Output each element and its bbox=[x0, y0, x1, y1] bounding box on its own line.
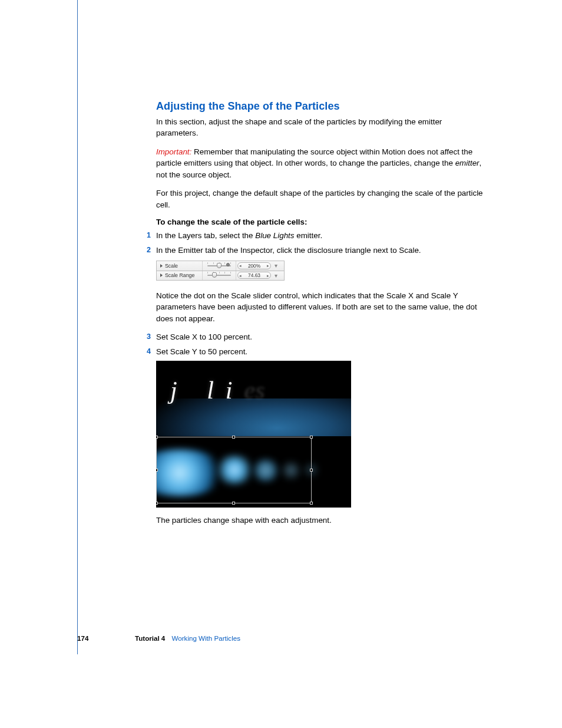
resize-handle-icon[interactable] bbox=[310, 436, 313, 439]
param-row-scale-range: Scale Range ◂ 74.63 ▸ ▾ bbox=[156, 271, 285, 281]
margin-rule bbox=[77, 0, 78, 654]
steps-list-a: 1 In the Layers tab, select the Blue Lig… bbox=[156, 230, 486, 256]
task-subhead: To change the scale of the particle cell… bbox=[156, 218, 486, 226]
param-menu[interactable]: ▾ bbox=[272, 272, 284, 279]
disclosure-triangle-icon[interactable] bbox=[160, 264, 163, 268]
slider-thumb[interactable] bbox=[217, 263, 222, 268]
important-note: Important: Remember that manipulating th… bbox=[156, 146, 486, 180]
step-3: 3 Set Scale X to 100 percent. bbox=[156, 331, 486, 342]
step-2: 2 In the Emitter tab of the Inspector, c… bbox=[156, 245, 486, 256]
value-stepper[interactable]: ◂ 200% ▸ bbox=[237, 262, 271, 269]
resize-handle-icon[interactable] bbox=[156, 469, 158, 472]
slider-cell[interactable] bbox=[203, 261, 236, 271]
step-1-emitter-name: Blue Lights bbox=[255, 231, 294, 240]
step-number: 4 bbox=[147, 346, 151, 357]
section-heading: Adjusting the Shape of the Particles bbox=[156, 100, 486, 113]
step-3-text: Set Scale X to 100 percent. bbox=[156, 332, 252, 341]
resize-handle-icon[interactable] bbox=[156, 436, 158, 439]
inspector-panel-figure: Scale ◂ 200% ▸ ▾ bbox=[156, 261, 285, 281]
slider-thumb[interactable] bbox=[212, 272, 217, 278]
disclosure-cell[interactable]: Scale bbox=[157, 261, 203, 271]
letters-faint: es bbox=[244, 377, 265, 404]
value-text[interactable]: 200% bbox=[248, 263, 260, 269]
disclosure-cell[interactable]: Scale Range bbox=[157, 271, 203, 280]
value-stepper[interactable]: ◂ 74.63 ▸ bbox=[237, 272, 271, 279]
disclosure-triangle-icon[interactable] bbox=[160, 274, 163, 277]
param-label: Scale bbox=[165, 263, 178, 269]
step-number: 3 bbox=[147, 331, 151, 342]
step-1: 1 In the Layers tab, select the Blue Lig… bbox=[156, 230, 486, 241]
step-1-text-a: In the Layers tab, select the bbox=[156, 231, 255, 240]
stepper-left-icon[interactable]: ◂ bbox=[239, 274, 242, 278]
resize-handle-icon[interactable] bbox=[232, 502, 235, 505]
steps-list-b: 3 Set Scale X to 100 percent. 4 Set Scal… bbox=[156, 331, 486, 357]
letters-li: li bbox=[207, 377, 244, 404]
page-number: 174 bbox=[77, 634, 113, 642]
step-2-text: In the Emitter tab of the Inspector, cli… bbox=[156, 246, 421, 255]
slider-ticks bbox=[207, 272, 231, 274]
resize-handle-icon[interactable] bbox=[310, 502, 313, 505]
project-paragraph: For this project, change the default sha… bbox=[156, 187, 486, 210]
stepper-right-icon[interactable]: ▸ bbox=[267, 274, 269, 278]
notice-paragraph: Notice the dot on the Scale slider contr… bbox=[156, 290, 486, 324]
important-text-a: Remember that manipulating the source ob… bbox=[156, 147, 472, 167]
slider-track[interactable] bbox=[207, 265, 231, 266]
title-letters: j lies bbox=[170, 376, 265, 404]
slider-cell[interactable] bbox=[203, 271, 236, 280]
important-label: Important: bbox=[156, 147, 191, 156]
resize-handle-icon[interactable] bbox=[310, 469, 313, 472]
slider-diff-dot-icon bbox=[226, 263, 230, 266]
stepper-right-icon[interactable]: ▸ bbox=[267, 263, 269, 268]
param-menu[interactable]: ▾ bbox=[272, 262, 284, 269]
param-row-scale: Scale ◂ 200% ▸ ▾ bbox=[156, 261, 285, 271]
slider-track[interactable] bbox=[207, 275, 231, 276]
resize-handle-icon[interactable] bbox=[156, 502, 158, 505]
value-text[interactable]: 74.63 bbox=[248, 272, 260, 278]
canvas-screenshot: j lies bbox=[156, 361, 351, 508]
page: Adjusting the Shape of the Particles In … bbox=[0, 0, 562, 728]
step-4: 4 Set Scale Y to 50 percent. bbox=[156, 346, 486, 357]
step-number: 1 bbox=[147, 230, 151, 241]
step-1-text-b: emitter. bbox=[295, 231, 323, 240]
footer-chapter: Working With Particles bbox=[172, 634, 240, 642]
footer-tutorial: Tutorial 4 bbox=[135, 634, 165, 642]
param-label: Scale Range bbox=[165, 272, 194, 278]
step-4-text: Set Scale Y to 50 percent. bbox=[156, 347, 247, 356]
intro-paragraph: In this section, adjust the shape and sc… bbox=[156, 116, 486, 139]
page-footer: 174 Tutorial 4 Working With Particles bbox=[77, 634, 490, 642]
result-paragraph: The particles change shape with each adj… bbox=[156, 515, 486, 526]
stepper-left-icon[interactable]: ◂ bbox=[239, 263, 242, 268]
step-number: 2 bbox=[147, 245, 151, 255]
selection-bounding-box[interactable] bbox=[156, 437, 312, 503]
content-column: Adjusting the Shape of the Particles In … bbox=[156, 100, 486, 533]
footer-text: Tutorial 4 Working With Particles bbox=[135, 634, 240, 642]
resize-handle-icon[interactable] bbox=[232, 436, 235, 439]
important-emitter-word: emitter bbox=[455, 159, 480, 167]
letter-j: j bbox=[170, 377, 189, 404]
menu-glyph-icon[interactable]: ▾ bbox=[275, 262, 277, 269]
menu-glyph-icon[interactable]: ▾ bbox=[275, 272, 277, 279]
